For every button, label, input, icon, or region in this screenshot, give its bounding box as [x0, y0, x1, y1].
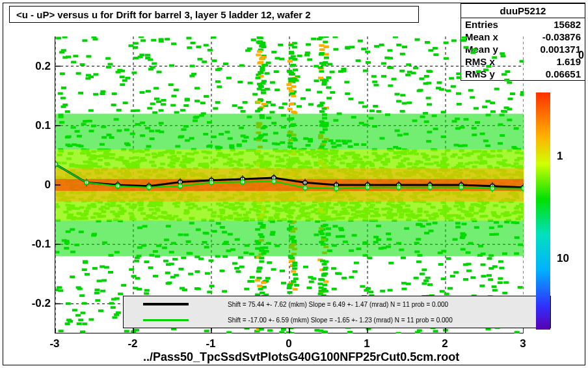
svg-rect-2870	[322, 283, 327, 286]
svg-rect-1539	[416, 261, 421, 263]
svg-rect-2533	[256, 277, 261, 279]
svg-rect-2822	[322, 263, 327, 266]
y-tick-label: -0.1	[12, 238, 51, 251]
svg-rect-1649	[426, 70, 431, 72]
svg-rect-1978	[234, 267, 239, 270]
file-path-label: ../Pass50_TpcSsdSvtPlotsG40G100NFP25rCut…	[143, 350, 459, 364]
svg-rect-2594	[256, 41, 261, 44]
svg-rect-1424	[392, 78, 397, 80]
svg-rect-464	[205, 272, 210, 275]
svg-rect-356	[338, 70, 343, 73]
svg-rect-2154	[498, 281, 503, 284]
svg-rect-200	[400, 110, 405, 113]
svg-rect-2427	[309, 281, 314, 283]
svg-rect-1577	[388, 289, 393, 292]
svg-rect-2189	[245, 50, 250, 52]
svg-rect-1592	[425, 41, 430, 44]
plot-title: <u - uP> versus u for Drift for barrel 3…	[9, 6, 419, 23]
svg-rect-437	[330, 91, 335, 94]
svg-rect-2850	[322, 107, 327, 110]
svg-rect-2072	[424, 75, 429, 78]
svg-rect-2135	[60, 72, 65, 75]
svg-rect-2627	[256, 77, 261, 79]
svg-rect-2787	[320, 102, 325, 104]
svg-rect-2588	[257, 88, 262, 91]
svg-rect-2056	[293, 277, 299, 280]
svg-rect-1207	[189, 75, 194, 78]
svg-rect-2701	[291, 85, 296, 88]
svg-rect-87	[281, 282, 286, 285]
svg-rect-2683	[289, 90, 294, 92]
svg-rect-1401	[420, 273, 425, 276]
svg-rect-1003	[278, 106, 284, 109]
svg-rect-281	[174, 89, 179, 91]
svg-rect-1243	[111, 298, 116, 300]
svg-rect-1503	[239, 64, 245, 67]
svg-rect-446	[108, 271, 113, 274]
svg-rect-2559	[257, 267, 262, 270]
svg-rect-2834	[323, 46, 328, 48]
svg-rect-2835	[324, 57, 329, 59]
svg-rect-2898	[319, 62, 325, 64]
svg-rect-2674	[290, 64, 295, 67]
svg-rect-1185	[293, 68, 298, 71]
svg-rect-1066	[388, 66, 394, 69]
svg-rect-531	[226, 331, 232, 333]
svg-rect-267	[501, 110, 506, 113]
svg-rect-1157	[354, 262, 359, 264]
svg-rect-2305	[148, 68, 154, 70]
y-tick-label: 0	[12, 178, 51, 191]
svg-rect-2219	[270, 81, 275, 84]
svg-rect-1669	[301, 97, 306, 100]
fit-legend-swatch-black	[143, 303, 189, 305]
svg-rect-700	[211, 59, 217, 62]
svg-rect-2761	[291, 94, 296, 97]
svg-rect-1619	[58, 289, 63, 292]
svg-rect-2489	[144, 289, 150, 292]
fit-legend-text: Shift = -17.00 +- 6.59 (mkm) Slope = -1.…	[228, 317, 453, 324]
svg-rect-1583	[68, 320, 73, 322]
svg-rect-2133	[500, 52, 505, 55]
svg-rect-568	[341, 68, 346, 70]
svg-rect-1517	[82, 268, 87, 271]
x-tick-label: 0	[286, 337, 291, 350]
colorbar-tick-label: 1	[557, 150, 563, 163]
svg-rect-331	[196, 288, 201, 290]
svg-rect-712	[485, 100, 490, 102]
svg-rect-1126	[396, 332, 401, 333]
svg-rect-920	[202, 61, 207, 63]
svg-rect-658	[468, 89, 474, 92]
svg-rect-801	[82, 39, 87, 42]
svg-rect-2615	[258, 72, 263, 74]
svg-rect-92	[125, 77, 130, 79]
svg-rect-1845	[66, 302, 71, 305]
svg-rect-2336	[166, 263, 171, 266]
svg-rect-156	[250, 276, 255, 279]
svg-rect-2210	[172, 258, 178, 261]
svg-rect-1691	[439, 88, 444, 91]
svg-rect-1155	[135, 277, 140, 279]
svg-rect-2608	[260, 292, 265, 294]
svg-rect-2445	[297, 55, 302, 57]
svg-rect-1537	[362, 106, 368, 108]
svg-rect-2324	[453, 271, 459, 274]
svg-rect-655	[174, 274, 179, 277]
svg-rect-850	[148, 266, 154, 269]
svg-rect-2874	[321, 332, 327, 333]
svg-rect-894	[363, 70, 368, 72]
svg-rect-163	[82, 322, 87, 325]
svg-rect-1670	[450, 275, 455, 277]
svg-rect-52	[80, 311, 85, 314]
fit-legend-swatch-green	[143, 319, 189, 321]
svg-rect-2304	[196, 46, 201, 48]
svg-rect-2159	[463, 263, 468, 266]
svg-rect-1065	[152, 63, 157, 65]
svg-rect-1597	[169, 64, 174, 67]
svg-rect-225	[501, 73, 507, 76]
svg-rect-2581	[260, 66, 265, 69]
svg-rect-555	[151, 39, 156, 42]
svg-rect-1752	[376, 110, 381, 113]
svg-rect-2387	[345, 46, 350, 49]
svg-rect-2440	[147, 107, 152, 109]
svg-rect-1040	[474, 107, 479, 109]
